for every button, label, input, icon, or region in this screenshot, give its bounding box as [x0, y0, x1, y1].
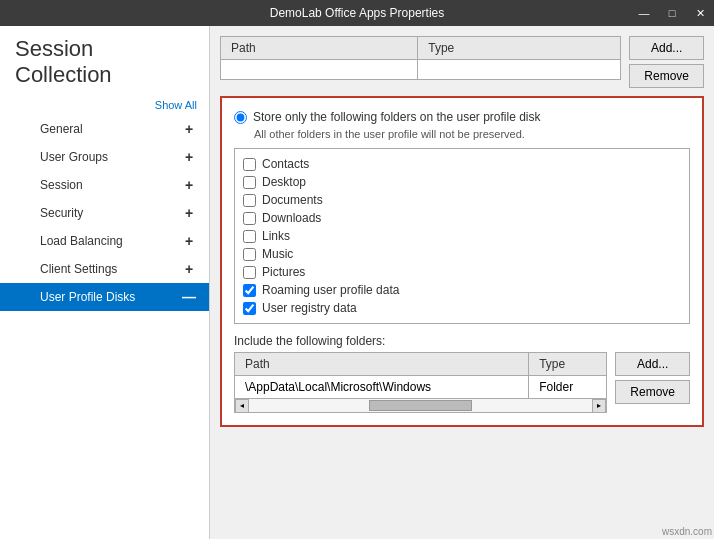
checkbox-roaming-label: Roaming user profile data: [262, 283, 399, 297]
title-bar: DemoLab Office Apps Properties — □ ✕: [0, 0, 714, 26]
checkbox-contacts-label: Contacts: [262, 157, 309, 171]
bottom-table-buttons: Add... Remove: [615, 352, 690, 404]
checkbox-links-input[interactable]: [243, 230, 256, 243]
checkbox-documents: Documents: [243, 191, 681, 209]
checkbox-music-input[interactable]: [243, 248, 256, 261]
sidebar-item-label-client-settings: Client Settings: [40, 262, 181, 276]
sidebar-expand-load-balancing: +: [181, 233, 197, 249]
show-all-row: Show All: [0, 99, 209, 115]
sidebar-item-user-profile-disks[interactable]: User Profile Disks —: [0, 283, 209, 311]
bottom-table: Path Type \AppData\Local\Microsoft\Windo…: [234, 352, 607, 399]
checkbox-registry-input[interactable]: [243, 302, 256, 315]
checkbox-pictures-input[interactable]: [243, 266, 256, 279]
checkbox-contacts: Contacts: [243, 155, 681, 173]
sidebar-item-label-user-groups: User Groups: [40, 150, 181, 164]
checkbox-pictures-label: Pictures: [262, 265, 305, 279]
bottom-remove-button[interactable]: Remove: [615, 380, 690, 404]
sidebar-expand-session: +: [181, 177, 197, 193]
checkbox-contacts-input[interactable]: [243, 158, 256, 171]
checkbox-desktop-input[interactable]: [243, 176, 256, 189]
sub-text: All other folders in the user profile wi…: [254, 128, 690, 140]
table-row: \AppData\Local\Microsoft\Windows Folder: [235, 376, 607, 399]
checkbox-list: Contacts Desktop Documents Downloads Lin…: [234, 148, 690, 324]
checkbox-links: Links: [243, 227, 681, 245]
sidebar-item-client-settings[interactable]: Client Settings +: [0, 255, 209, 283]
include-label: Include the following folders:: [234, 334, 690, 348]
maximize-button[interactable]: □: [658, 0, 686, 26]
radio-store-only-option: Store only the following folders on the …: [234, 110, 690, 124]
sidebar-item-session[interactable]: Session +: [0, 171, 209, 199]
sidebar-item-label-security: Security: [40, 206, 181, 220]
top-col-path: Path: [221, 37, 418, 60]
checkbox-music-label: Music: [262, 247, 293, 261]
checkbox-documents-input[interactable]: [243, 194, 256, 207]
minimize-button[interactable]: —: [630, 0, 658, 26]
checkbox-pictures: Pictures: [243, 263, 681, 281]
sidebar-expand-user-profile-disks: —: [181, 289, 197, 305]
show-all-label[interactable]: Show All: [155, 99, 197, 111]
checkbox-roaming-input[interactable]: [243, 284, 256, 297]
top-table: Path Type: [220, 36, 621, 80]
sidebar-item-general[interactable]: General +: [0, 115, 209, 143]
top-table-buttons: Add... Remove: [629, 36, 704, 88]
sidebar-item-label-general: General: [40, 122, 181, 136]
sidebar-expand-client-settings: +: [181, 261, 197, 277]
window-title: DemoLab Office Apps Properties: [270, 6, 445, 20]
checkbox-downloads-label: Downloads: [262, 211, 321, 225]
scroll-track[interactable]: [249, 399, 592, 412]
window-controls: — □ ✕: [630, 0, 714, 26]
watermark: wsxdn.com: [662, 526, 712, 537]
bottom-row-type: Folder: [529, 376, 607, 399]
scroll-right-arrow[interactable]: ▸: [592, 399, 606, 413]
table-row-empty: [221, 60, 621, 80]
radio-store-only-label: Store only the following folders on the …: [253, 110, 541, 124]
bottom-row-path: \AppData\Local\Microsoft\Windows: [235, 376, 529, 399]
checkbox-links-label: Links: [262, 229, 290, 243]
top-table-area: Path Type Add... Remove: [220, 36, 704, 88]
checkbox-downloads: Downloads: [243, 209, 681, 227]
bottom-table-area: Path Type \AppData\Local\Microsoft\Windo…: [234, 352, 690, 413]
top-table-section: Path Type: [220, 36, 621, 88]
checkbox-downloads-input[interactable]: [243, 212, 256, 225]
top-remove-button[interactable]: Remove: [629, 64, 704, 88]
sidebar-item-security[interactable]: Security +: [0, 199, 209, 227]
top-col-type: Type: [418, 37, 621, 60]
sidebar-item-label-session: Session: [40, 178, 181, 192]
sidebar-expand-user-groups: +: [181, 149, 197, 165]
sidebar-item-load-balancing[interactable]: Load Balancing +: [0, 227, 209, 255]
radio-store-only[interactable]: [234, 111, 247, 124]
scroll-left-arrow[interactable]: ◂: [235, 399, 249, 413]
session-collection-title: Session Collection: [0, 36, 209, 99]
checkbox-desktop-label: Desktop: [262, 175, 306, 189]
sidebar-item-label-user-profile-disks: User Profile Disks: [40, 290, 181, 304]
checkbox-registry: User registry data: [243, 299, 681, 317]
content-area: Path Type Add... Remove: [210, 26, 714, 539]
bottom-table-wrapper: Path Type \AppData\Local\Microsoft\Windo…: [234, 352, 607, 413]
sidebar-expand-general: +: [181, 121, 197, 137]
bottom-add-button[interactable]: Add...: [615, 352, 690, 376]
sidebar: Session Collection Show All General + Us…: [0, 26, 210, 539]
red-border-section: Store only the following folders on the …: [220, 96, 704, 427]
close-button[interactable]: ✕: [686, 0, 714, 26]
sidebar-expand-security: +: [181, 205, 197, 221]
bottom-col-path: Path: [235, 353, 529, 376]
checkbox-desktop: Desktop: [243, 173, 681, 191]
main-container: Session Collection Show All General + Us…: [0, 26, 714, 539]
checkbox-registry-label: User registry data: [262, 301, 357, 315]
checkbox-music: Music: [243, 245, 681, 263]
scroll-thumb: [369, 400, 472, 411]
checkbox-roaming: Roaming user profile data: [243, 281, 681, 299]
bottom-col-type: Type: [529, 353, 607, 376]
horizontal-scrollbar[interactable]: ◂ ▸: [234, 399, 607, 413]
top-add-button[interactable]: Add...: [629, 36, 704, 60]
sidebar-item-label-load-balancing: Load Balancing: [40, 234, 181, 248]
checkbox-documents-label: Documents: [262, 193, 323, 207]
sidebar-item-user-groups[interactable]: User Groups +: [0, 143, 209, 171]
